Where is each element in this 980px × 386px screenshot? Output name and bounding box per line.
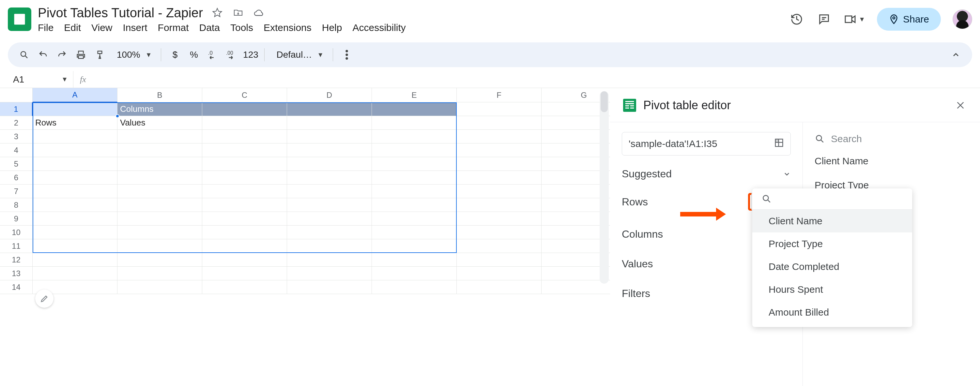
menu-edit[interactable]: Edit: [64, 22, 81, 33]
cell[interactable]: [118, 253, 202, 267]
cell[interactable]: [457, 116, 541, 130]
cell[interactable]: [33, 253, 118, 267]
more-toolbar-icon[interactable]: [338, 46, 355, 63]
cell[interactable]: [372, 253, 457, 267]
cell[interactable]: [118, 280, 202, 294]
column-header[interactable]: A: [33, 88, 118, 102]
cell[interactable]: [287, 184, 372, 198]
cell[interactable]: [457, 280, 541, 294]
row-header[interactable]: 14: [0, 280, 33, 294]
row-header[interactable]: 10: [0, 226, 33, 239]
cell[interactable]: [202, 143, 287, 157]
cell[interactable]: [202, 157, 287, 171]
percent-format-button[interactable]: %: [185, 46, 202, 63]
row-header[interactable]: 12: [0, 253, 33, 267]
cell[interactable]: [457, 157, 541, 171]
cell[interactable]: [287, 267, 372, 280]
cell[interactable]: [372, 143, 457, 157]
cell[interactable]: [372, 280, 457, 294]
cell[interactable]: [33, 157, 118, 171]
cloud-status-icon[interactable]: [253, 6, 266, 19]
row-header[interactable]: 6: [0, 171, 33, 184]
cell[interactable]: [287, 239, 372, 253]
row-header[interactable]: 13: [0, 267, 33, 280]
cell[interactable]: Rows: [33, 116, 118, 130]
search-menus-icon[interactable]: [16, 46, 33, 63]
comments-icon[interactable]: [816, 11, 832, 27]
cell[interactable]: [202, 102, 287, 116]
cell[interactable]: Values: [118, 116, 202, 130]
cell[interactable]: [287, 198, 372, 212]
cell[interactable]: [287, 171, 372, 184]
move-icon[interactable]: [232, 6, 245, 19]
cell[interactable]: [287, 212, 372, 226]
menu-insert[interactable]: Insert: [123, 22, 148, 33]
field-search[interactable]: Search: [803, 129, 980, 149]
cell[interactable]: [287, 130, 372, 143]
column-header[interactable]: B: [118, 88, 202, 102]
cell[interactable]: [118, 212, 202, 226]
cell[interactable]: Columns: [118, 102, 202, 116]
cell[interactable]: [202, 198, 287, 212]
share-button[interactable]: Share: [877, 8, 941, 31]
cell[interactable]: [118, 157, 202, 171]
cell[interactable]: [372, 226, 457, 239]
zoom-dropdown[interactable]: 100%▼: [110, 49, 156, 60]
close-editor-icon[interactable]: [954, 99, 967, 112]
cell[interactable]: [118, 198, 202, 212]
cell[interactable]: [202, 267, 287, 280]
number-format-button[interactable]: 123: [242, 46, 259, 63]
menu-tools[interactable]: Tools: [230, 22, 253, 33]
menu-data[interactable]: Data: [199, 22, 220, 33]
cell[interactable]: [372, 212, 457, 226]
cell[interactable]: [118, 267, 202, 280]
column-header[interactable]: F: [457, 88, 541, 102]
cell[interactable]: [202, 226, 287, 239]
popover-field-item[interactable]: Client Name: [752, 210, 912, 232]
row-header[interactable]: 3: [0, 130, 33, 143]
cell[interactable]: [457, 171, 541, 184]
cell[interactable]: [457, 212, 541, 226]
cell[interactable]: [33, 184, 118, 198]
currency-format-button[interactable]: $: [166, 46, 183, 63]
column-header[interactable]: D: [287, 88, 372, 102]
cell[interactable]: [372, 102, 457, 116]
print-icon[interactable]: [72, 46, 89, 63]
cell[interactable]: [372, 267, 457, 280]
star-icon[interactable]: [211, 6, 224, 19]
cell[interactable]: [118, 171, 202, 184]
row-header[interactable]: 1: [0, 102, 33, 116]
cell[interactable]: [457, 253, 541, 267]
cell[interactable]: [287, 116, 372, 130]
cell[interactable]: [457, 130, 541, 143]
cell[interactable]: [33, 267, 118, 280]
cell[interactable]: [33, 130, 118, 143]
row-header[interactable]: 8: [0, 198, 33, 212]
cell[interactable]: [33, 212, 118, 226]
cell[interactable]: [118, 184, 202, 198]
row-header[interactable]: 2: [0, 116, 33, 130]
cell[interactable]: [457, 184, 541, 198]
cell[interactable]: [372, 171, 457, 184]
cell[interactable]: [287, 253, 372, 267]
cell[interactable]: [372, 239, 457, 253]
cell[interactable]: [372, 130, 457, 143]
cell[interactable]: [118, 226, 202, 239]
cell[interactable]: [202, 130, 287, 143]
account-avatar[interactable]: [953, 10, 972, 29]
suggested-section[interactable]: Suggested: [622, 168, 791, 180]
row-header[interactable]: 9: [0, 212, 33, 226]
menu-file[interactable]: File: [38, 22, 54, 33]
cell[interactable]: [287, 280, 372, 294]
sheets-logo[interactable]: [8, 8, 31, 31]
redo-icon[interactable]: [54, 46, 70, 63]
cell[interactable]: [202, 280, 287, 294]
vertical-scrollbar[interactable]: [600, 91, 609, 284]
cell[interactable]: [202, 253, 287, 267]
column-header[interactable]: E: [372, 88, 457, 102]
cell[interactable]: [541, 280, 610, 294]
cell[interactable]: [202, 212, 287, 226]
popover-field-item[interactable]: Amount Billed: [752, 301, 912, 324]
cell[interactable]: [118, 143, 202, 157]
decrease-decimal-icon[interactable]: .0: [204, 46, 221, 63]
